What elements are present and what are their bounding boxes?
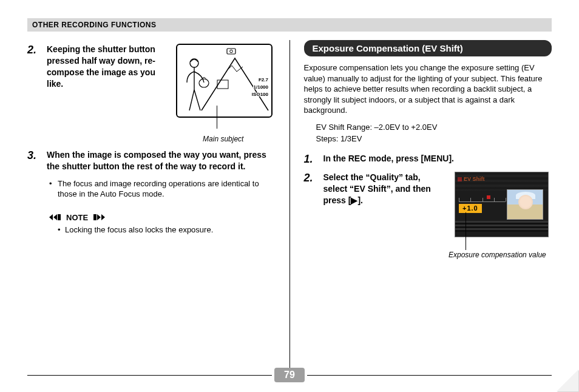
bullet-text: The focus and image recording operations… bbox=[58, 178, 276, 200]
callout-line bbox=[217, 106, 217, 129]
page-number: 79 bbox=[274, 368, 305, 382]
svg-rect-0 bbox=[217, 80, 228, 89]
scene-svg: F2.7 1/1000 ISO100 bbox=[177, 45, 271, 117]
page-curl-highlight bbox=[557, 370, 578, 391]
two-column-layout: 2. Keeping the shutter button pressed ha… bbox=[27, 40, 552, 377]
step-number: 3. bbox=[27, 149, 47, 172]
page-footer: 79 bbox=[27, 368, 552, 382]
screen-stripes bbox=[455, 221, 548, 232]
manual-page: OTHER RECORDING FUNCTIONS 2. Keeping the… bbox=[0, 0, 579, 392]
svg-rect-5 bbox=[58, 214, 61, 220]
svg-point-3 bbox=[190, 59, 198, 67]
step-3: 3. When the image is composed the way yo… bbox=[27, 149, 276, 172]
step-2: 2. Keeping the shutter button pressed ha… bbox=[27, 44, 276, 143]
step-text: In the REC mode, press [MENU]. bbox=[323, 153, 454, 166]
viewfinder-illustration: F2.7 1/1000 ISO100 bbox=[176, 44, 273, 118]
screen-wrap: EV Shift +1.0 bbox=[449, 172, 552, 260]
ev-scale bbox=[459, 199, 506, 202]
ev-range: EV Shift Range: –2.0EV to +2.0EV bbox=[316, 122, 552, 133]
svg-rect-1 bbox=[227, 49, 235, 54]
bullet-dot: • bbox=[58, 225, 65, 235]
screen-stripes bbox=[455, 175, 548, 191]
note-item: • Locking the focus also locks the expos… bbox=[58, 225, 276, 235]
section-header: OTHER RECORDING FUNCTIONS bbox=[32, 21, 157, 29]
section-header-band: OTHER RECORDING FUNCTIONS bbox=[27, 18, 552, 32]
illustration-caption: Main subject bbox=[171, 135, 276, 143]
footer-rule bbox=[307, 375, 552, 376]
readout-f: F2.7 bbox=[259, 77, 269, 83]
step-2-right: 2. Select the “Quality” tab, select “EV … bbox=[304, 172, 552, 260]
footer-rule bbox=[27, 375, 272, 376]
ev-steps: Steps: 1/3EV bbox=[316, 133, 552, 144]
step-number: 2. bbox=[304, 172, 323, 260]
note-label: NOTE bbox=[66, 213, 88, 222]
readout-iso: ISO100 bbox=[252, 92, 269, 97]
step-text: Select the “Quality” tab, select “EV Shi… bbox=[323, 172, 444, 260]
ev-value-badge: +1.0 bbox=[459, 204, 482, 213]
ev-marker bbox=[487, 195, 490, 199]
camera-screen-mock: EV Shift +1.0 bbox=[455, 172, 549, 237]
note-icon-right bbox=[92, 214, 105, 220]
screen-caption: Exposure compensation value bbox=[449, 251, 552, 260]
step-text: When the image is composed the way you w… bbox=[47, 149, 276, 172]
intro-paragraph: Exposure compensation lets you change th… bbox=[304, 63, 552, 116]
step-text: Keeping the shutter button pressed half … bbox=[47, 44, 171, 90]
note-heading: NOTE bbox=[49, 213, 276, 222]
preview-thumbnail bbox=[507, 189, 543, 220]
svg-rect-6 bbox=[93, 214, 96, 220]
readout-shutter: 1/1000 bbox=[254, 84, 269, 90]
step-1-right: 1. In the REC mode, press [MENU]. bbox=[304, 153, 552, 166]
section-heading: Exposure Compensation (EV Shift) bbox=[304, 40, 552, 56]
right-column: Exposure Compensation (EV Shift) Exposur… bbox=[293, 40, 552, 377]
illustration-column: F2.7 1/1000 ISO100 Main subject bbox=[171, 44, 276, 143]
step-number: 2. bbox=[27, 44, 47, 143]
column-divider bbox=[290, 40, 290, 368]
note-text: Locking the focus also locks the exposur… bbox=[65, 225, 213, 235]
left-column: 2. Keeping the shutter button pressed ha… bbox=[27, 40, 286, 377]
svg-point-4 bbox=[199, 79, 209, 87]
note-icon-left bbox=[49, 214, 63, 220]
step-number: 1. bbox=[304, 153, 323, 166]
svg-point-2 bbox=[230, 50, 233, 53]
callout-line bbox=[466, 212, 466, 250]
bullet-dot: • bbox=[49, 178, 58, 200]
bullet-item: • The focus and image recording operatio… bbox=[49, 178, 276, 200]
